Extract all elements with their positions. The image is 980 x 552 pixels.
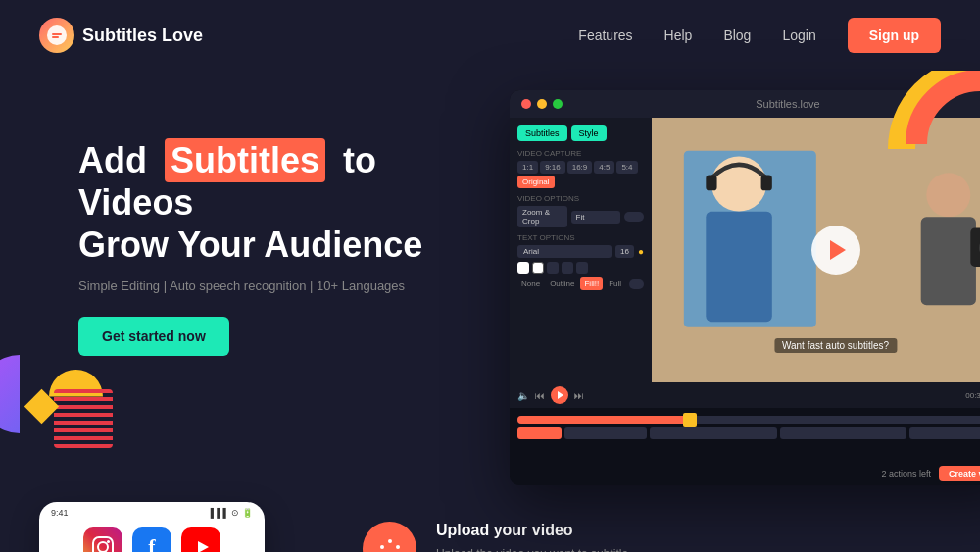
phone-signal-icons: ▌▌▌ ⊙ 🔋 bbox=[211, 508, 253, 518]
phone-mockup: 9:41 ▌▌▌ ⊙ 🔋 f subtitlesloves bbox=[39, 502, 265, 552]
text-align-center[interactable] bbox=[547, 262, 559, 274]
font-row: Arial 16 ● bbox=[517, 245, 644, 258]
youtube-icon[interactable] bbox=[181, 527, 220, 552]
svg-point-19 bbox=[380, 545, 384, 549]
svg-rect-7 bbox=[706, 212, 772, 323]
tab-style[interactable]: Style bbox=[571, 125, 607, 141]
segment-3[interactable] bbox=[650, 427, 776, 439]
outline-none[interactable]: None bbox=[517, 277, 544, 290]
outline-row: None Outline Fill!! Full bbox=[517, 277, 644, 290]
aspect-4-5[interactable]: 4:5 bbox=[594, 161, 614, 174]
upload-section: Upload your video Upload the video you w… bbox=[363, 522, 631, 552]
nav-features[interactable]: Features bbox=[578, 27, 632, 43]
phone-app-icons: f bbox=[39, 520, 265, 552]
svg-point-8 bbox=[926, 173, 970, 217]
transport-bar: 🔈 ⏮ ⏭ 00:33 / 05:37 bbox=[510, 382, 980, 408]
bottom-section: 9:41 ▌▌▌ ⊙ 🔋 f subtitlesloves bbox=[0, 482, 980, 552]
aspect-16-9[interactable]: 16:9 bbox=[567, 161, 593, 174]
volume-icon[interactable]: 🔈 bbox=[517, 390, 529, 401]
navbar: Subtitles Love Features Help Blog Login … bbox=[0, 0, 980, 71]
bottom-bar: 2 actions left Create video bbox=[510, 462, 980, 485]
segment-1[interactable] bbox=[517, 427, 562, 439]
nav-login[interactable]: Login bbox=[782, 27, 815, 43]
svg-rect-9 bbox=[921, 217, 976, 305]
deco-top-right bbox=[862, 71, 980, 169]
tab-subtitles[interactable]: Subtitles bbox=[517, 125, 567, 141]
skip-forward-icon[interactable]: ⏭ bbox=[574, 390, 584, 401]
timeline bbox=[510, 408, 980, 462]
hero-heading: Add Subtitles to Videos Grow Your Audien… bbox=[78, 139, 490, 267]
aspect-original[interactable]: Original bbox=[517, 176, 555, 188]
upload-text: Upload your video Upload the video you w… bbox=[436, 522, 631, 552]
color-picker-icon[interactable]: ● bbox=[638, 246, 644, 257]
svg-point-17 bbox=[107, 540, 110, 543]
timeline-track[interactable] bbox=[517, 416, 980, 424]
tab-row: Subtitles Style bbox=[517, 125, 644, 141]
outline-full[interactable]: Full bbox=[605, 277, 625, 290]
subtitle-overlay: Want fast auto subtitles? bbox=[774, 338, 897, 353]
fit-input[interactable]: Fit bbox=[571, 211, 621, 224]
logo[interactable]: Subtitles Love bbox=[39, 18, 203, 53]
svg-rect-2 bbox=[52, 36, 59, 38]
get-started-button[interactable]: Get started now bbox=[78, 317, 229, 356]
window-maximize-dot[interactable] bbox=[553, 99, 563, 109]
upload-title: Upload your video bbox=[436, 522, 631, 539]
aspect-ratio-row: 1:1 9:16 16:9 4:5 5:4 Original bbox=[517, 161, 644, 188]
actions-left-text: 2 actions left bbox=[881, 469, 931, 478]
signup-button[interactable]: Sign up bbox=[848, 18, 941, 53]
font-size[interactable]: 16 bbox=[615, 245, 634, 258]
zoom-crop-input[interactable]: Zoom & Crop bbox=[517, 206, 567, 227]
svg-rect-1 bbox=[52, 33, 62, 35]
window-minimize-dot[interactable] bbox=[537, 99, 547, 109]
timeline-segments bbox=[517, 427, 980, 439]
heading-line2: Grow Your Audience bbox=[78, 225, 422, 265]
heading-highlight: Subtitles bbox=[165, 138, 325, 182]
fit-toggle[interactable] bbox=[624, 212, 644, 222]
transport-play-button[interactable] bbox=[551, 386, 568, 404]
svg-point-20 bbox=[388, 539, 392, 543]
upload-icon bbox=[363, 522, 416, 552]
outline-outline[interactable]: Outline bbox=[546, 277, 578, 290]
svg-point-16 bbox=[98, 542, 108, 552]
segment-4[interactable] bbox=[780, 427, 906, 439]
text-options-label: Text Options bbox=[517, 233, 644, 242]
video-capture-label: Video capture bbox=[517, 149, 644, 158]
aspect-9-16[interactable]: 9:16 bbox=[540, 161, 565, 174]
phone-status-bar: 9:41 ▌▌▌ ⊙ 🔋 bbox=[39, 502, 265, 520]
window-close-dot[interactable] bbox=[521, 99, 531, 109]
nav-links: Features Help Blog Login Sign up bbox=[578, 18, 941, 53]
segment-5[interactable] bbox=[909, 427, 980, 439]
play-button[interactable] bbox=[811, 226, 860, 275]
nav-help[interactable]: Help bbox=[664, 27, 693, 43]
color-row bbox=[517, 262, 644, 274]
app-sidebar: Subtitles Style Video capture 1:1 9:16 1… bbox=[510, 118, 652, 382]
svg-rect-12 bbox=[970, 228, 980, 267]
video-options-label: Video Options bbox=[517, 194, 644, 203]
outline-fill[interactable]: Fill!! bbox=[580, 277, 603, 290]
hero-subtext: Simple Editing | Auto speech recognition… bbox=[78, 278, 490, 293]
brand-name: Subtitles Love bbox=[82, 25, 203, 46]
create-video-button[interactable]: Create video bbox=[939, 466, 980, 481]
svg-marker-18 bbox=[198, 541, 209, 552]
time-display: 00:33 / 05:37 bbox=[965, 391, 980, 400]
aspect-1-1[interactable]: 1:1 bbox=[517, 161, 538, 174]
nav-blog[interactable]: Blog bbox=[723, 27, 751, 43]
upload-line1: Upload the video you want to subtitle. bbox=[436, 545, 631, 552]
text-align-justify[interactable] bbox=[576, 262, 588, 274]
facebook-icon[interactable]: f bbox=[132, 527, 172, 552]
font-select[interactable]: Arial bbox=[517, 245, 612, 258]
hero-content: Add Subtitles to Videos Grow Your Audien… bbox=[78, 90, 490, 482]
timeline-progress bbox=[517, 416, 690, 424]
play-sm-icon bbox=[558, 391, 564, 399]
color-white[interactable] bbox=[517, 262, 529, 274]
outline-toggle[interactable] bbox=[629, 279, 644, 289]
svg-rect-11 bbox=[761, 176, 772, 191]
text-align-right[interactable] bbox=[562, 262, 573, 274]
aspect-5-4[interactable]: 5:4 bbox=[616, 161, 637, 174]
timeline-thumb[interactable] bbox=[683, 413, 697, 427]
zoom-crop-row: Zoom & Crop Fit bbox=[517, 206, 644, 227]
text-align-left[interactable] bbox=[532, 262, 544, 274]
instagram-icon[interactable] bbox=[83, 527, 122, 552]
segment-2[interactable] bbox=[564, 427, 647, 439]
skip-back-icon[interactable]: ⏮ bbox=[535, 390, 545, 401]
